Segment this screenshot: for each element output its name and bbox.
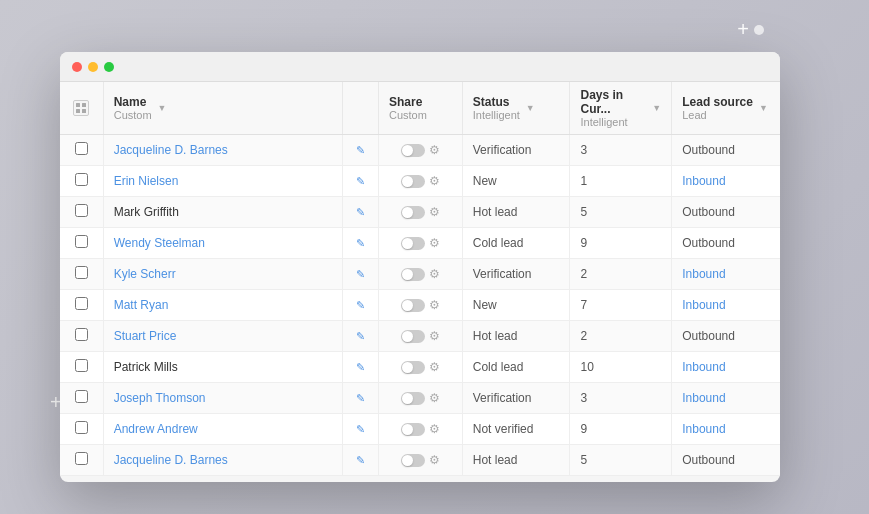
- table-container: Name Custom ▼ Share Custom: [60, 82, 780, 482]
- row-share-cell: ⚙: [378, 135, 462, 166]
- share-toggle[interactable]: [401, 423, 425, 436]
- gear-icon[interactable]: ⚙: [429, 360, 440, 374]
- row-name-link[interactable]: Stuart Price: [114, 329, 177, 343]
- row-status-cell: New: [462, 290, 570, 321]
- edit-icon[interactable]: ✎: [356, 454, 365, 466]
- row-name-link[interactable]: Joseph Thomson: [114, 391, 206, 405]
- header-days[interactable]: Days in Cur... Intelligent ▼: [570, 82, 672, 135]
- gear-icon[interactable]: ⚙: [429, 422, 440, 436]
- row-share-cell: ⚙: [378, 321, 462, 352]
- row-checkbox-cell: [60, 321, 104, 352]
- share-toggle[interactable]: [401, 299, 425, 312]
- share-toggle[interactable]: [401, 330, 425, 343]
- share-toggle[interactable]: [401, 361, 425, 374]
- row-checkbox[interactable]: [75, 297, 88, 310]
- row-name-link[interactable]: Jacqueline D. Barnes: [114, 453, 228, 467]
- row-checkbox[interactable]: [75, 359, 88, 372]
- row-share-cell: ⚙: [378, 290, 462, 321]
- edit-icon[interactable]: ✎: [356, 299, 365, 311]
- minimize-button[interactable]: [88, 62, 98, 72]
- row-lead-source-cell: Inbound: [672, 414, 780, 445]
- row-checkbox[interactable]: [75, 452, 88, 465]
- row-share-cell: ⚙: [378, 352, 462, 383]
- row-name-cell: Jacqueline D. Barnes: [103, 135, 342, 166]
- row-edit-cell: ✎: [343, 445, 379, 476]
- header-checkbox-cell: [60, 82, 104, 135]
- row-checkbox[interactable]: [75, 390, 88, 403]
- row-name-link[interactable]: Jacqueline D. Barnes: [114, 143, 228, 157]
- share-toggle[interactable]: [401, 206, 425, 219]
- row-checkbox[interactable]: [75, 328, 88, 341]
- header-lead-source[interactable]: Lead source Lead ▼: [672, 82, 780, 135]
- row-days-cell: 9: [570, 228, 672, 259]
- select-all-checkbox[interactable]: [73, 100, 89, 116]
- app-window: Name Custom ▼ Share Custom: [60, 52, 780, 482]
- row-name-cell: Mark Griffith: [103, 197, 342, 228]
- gear-icon[interactable]: ⚙: [429, 205, 440, 219]
- gear-icon[interactable]: ⚙: [429, 298, 440, 312]
- gear-icon[interactable]: ⚙: [429, 236, 440, 250]
- share-toggle[interactable]: [401, 175, 425, 188]
- row-checkbox-cell: [60, 290, 104, 321]
- edit-icon[interactable]: ✎: [356, 330, 365, 342]
- svg-rect-0: [76, 103, 80, 107]
- row-share-cell: ⚙: [378, 445, 462, 476]
- table-row: Stuart Price✎⚙Hot lead2Outbound: [60, 321, 780, 352]
- edit-icon[interactable]: ✎: [356, 361, 365, 373]
- gear-icon[interactable]: ⚙: [429, 391, 440, 405]
- corner-circle-1: [754, 25, 764, 35]
- row-lead-source-cell: Outbound: [672, 197, 780, 228]
- share-toggle[interactable]: [401, 454, 425, 467]
- row-edit-cell: ✎: [343, 290, 379, 321]
- gear-icon[interactable]: ⚙: [429, 174, 440, 188]
- table-row: Erin Nielsen✎⚙New1Inbound: [60, 166, 780, 197]
- close-button[interactable]: [72, 62, 82, 72]
- row-name-link[interactable]: Wendy Steelman: [114, 236, 205, 250]
- gear-icon[interactable]: ⚙: [429, 453, 440, 467]
- gear-icon[interactable]: ⚙: [429, 143, 440, 157]
- share-toggle[interactable]: [401, 392, 425, 405]
- row-checkbox[interactable]: [75, 204, 88, 217]
- edit-icon[interactable]: ✎: [356, 237, 365, 249]
- row-checkbox[interactable]: [75, 235, 88, 248]
- table-row: Wendy Steelman✎⚙Cold lead9Outbound: [60, 228, 780, 259]
- row-share-cell: ⚙: [378, 166, 462, 197]
- row-checkbox-cell: [60, 445, 104, 476]
- row-name-cell: Andrew Andrew: [103, 414, 342, 445]
- row-name-link[interactable]: Kyle Scherr: [114, 267, 176, 281]
- row-name-cell: Patrick Mills: [103, 352, 342, 383]
- header-name[interactable]: Name Custom ▼: [103, 82, 342, 135]
- edit-icon[interactable]: ✎: [356, 206, 365, 218]
- gear-icon[interactable]: ⚙: [429, 267, 440, 281]
- row-share-cell: ⚙: [378, 383, 462, 414]
- row-edit-cell: ✎: [343, 259, 379, 290]
- row-name-link[interactable]: Andrew Andrew: [114, 422, 198, 436]
- edit-icon[interactable]: ✎: [356, 423, 365, 435]
- row-checkbox[interactable]: [75, 421, 88, 434]
- header-share: Share Custom: [378, 82, 462, 135]
- maximize-button[interactable]: [104, 62, 114, 72]
- edit-icon[interactable]: ✎: [356, 268, 365, 280]
- row-checkbox[interactable]: [75, 142, 88, 155]
- lead-sort-chevron: ▼: [759, 103, 768, 113]
- row-checkbox[interactable]: [75, 173, 88, 186]
- edit-icon[interactable]: ✎: [356, 392, 365, 404]
- header-status[interactable]: Status Intelligent ▼: [462, 82, 570, 135]
- edit-icon[interactable]: ✎: [356, 144, 365, 156]
- edit-icon[interactable]: ✎: [356, 175, 365, 187]
- data-table: Name Custom ▼ Share Custom: [60, 82, 780, 476]
- row-name-link[interactable]: Matt Ryan: [114, 298, 169, 312]
- row-edit-cell: ✎: [343, 414, 379, 445]
- row-lead-source-cell: Inbound: [672, 290, 780, 321]
- row-status-cell: Cold lead: [462, 352, 570, 383]
- svg-rect-1: [82, 103, 86, 107]
- row-name-link[interactable]: Erin Nielsen: [114, 174, 179, 188]
- gear-icon[interactable]: ⚙: [429, 329, 440, 343]
- row-edit-cell: ✎: [343, 352, 379, 383]
- table-row: Kyle Scherr✎⚙Verification2Inbound: [60, 259, 780, 290]
- row-days-cell: 2: [570, 321, 672, 352]
- row-checkbox[interactable]: [75, 266, 88, 279]
- share-toggle[interactable]: [401, 237, 425, 250]
- share-toggle[interactable]: [401, 144, 425, 157]
- share-toggle[interactable]: [401, 268, 425, 281]
